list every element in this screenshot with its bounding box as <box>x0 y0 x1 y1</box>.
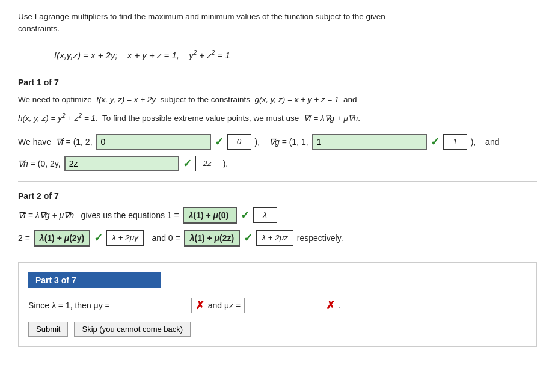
eq2-filled: λ(1) + μ(2y) <box>34 230 90 247</box>
eq1-check: ✓ <box>241 209 250 222</box>
eq1-prefix: ∇f = λ∇g + μ∇h gives us the equations 1 … <box>18 210 179 220</box>
vf-row: We have ∇f = (1, 2, ✓ 0 ), ∇g = (1, 1, ✓… <box>18 134 537 150</box>
vh-row: ∇h = (0, 2y, ✓ 2z ). <box>18 156 537 171</box>
vg-label: ∇g = (1, 1, <box>269 137 308 147</box>
divider1 <box>18 181 537 182</box>
skip-button[interactable]: Skip (you cannot come back) <box>74 322 191 337</box>
vf-check: ✓ <box>215 135 224 149</box>
constraint1: x + y + z = 1, <box>127 50 179 60</box>
vg-answer: 1 <box>443 134 467 150</box>
eq3-filled: λ(1) + μ(2z) <box>184 230 240 247</box>
instructions-text: Use Lagrange multipliers to find the max… <box>18 12 385 33</box>
vg-input[interactable] <box>312 134 427 150</box>
formula-line: f(x,y,z) = x + 2y; x + y + z = 1, y2 + z… <box>54 46 537 64</box>
fx-formula: f(x,y,z) = x + 2y; <box>54 50 118 60</box>
eq1-filled: λ(1) + μ(0) <box>183 207 237 224</box>
part3-row: Since λ = 1, then μy = ✗ and μz = ✗ . <box>28 298 527 313</box>
period: . <box>339 301 341 310</box>
vf-label: We have ∇f = (1, 2, <box>18 137 93 147</box>
and-label: and <box>485 137 499 147</box>
submit-button[interactable]: Submit <box>28 322 68 337</box>
eq3-check: ✓ <box>244 231 253 245</box>
part1-body: We need to optimize f(x, y, z) = x + 2y … <box>18 93 475 126</box>
part3-header: Part 3 of 7 <box>28 272 161 288</box>
button-row: Submit Skip (you cannot come back) <box>28 322 527 337</box>
vf-input[interactable] <box>96 134 211 150</box>
part2-header: Part 2 of 7 <box>18 191 537 201</box>
lambda-prefix: Since λ = 1, then μy = <box>28 301 110 310</box>
muy-input[interactable] <box>114 298 192 313</box>
vf-answer: 0 <box>227 134 251 150</box>
eq2-and: and 0 = <box>147 233 180 243</box>
eq2-check: ✓ <box>94 231 103 245</box>
vh-answer: 2z <box>195 156 219 171</box>
eq3-answer: λ + 2μz <box>256 230 293 246</box>
part1-desc1: We need to optimize f(x, y, z) = x + 2y … <box>18 93 475 107</box>
eq3-suffix: respectively. <box>297 233 343 243</box>
part1-desc2: h(x, y, z) = y2 + z2 = 1. To find the po… <box>18 110 475 125</box>
eq1-row: ∇f = λ∇g + μ∇h gives us the equations 1 … <box>18 207 537 224</box>
vg-close: ), <box>471 137 476 147</box>
vg-check: ✓ <box>431 135 440 149</box>
vh-close: ). <box>223 159 228 168</box>
constraint2: y2 + z2 = 1 <box>189 50 230 60</box>
eq23-row: 2 = λ(1) + μ(2y) ✓ λ + 2μy and 0 = λ(1) … <box>18 230 537 247</box>
vh-input[interactable] <box>64 156 179 171</box>
vh-label: ∇h = (0, 2y, <box>18 159 61 168</box>
muz-input[interactable] <box>244 298 322 313</box>
vh-check: ✓ <box>183 157 192 170</box>
instructions: Use Lagrange multipliers to find the max… <box>18 11 427 35</box>
part1-header: Part 1 of 7 <box>18 78 537 87</box>
eq2-answer: λ + 2μy <box>106 230 144 246</box>
eq2-prefix: 2 = <box>18 233 30 243</box>
vf-close: ), <box>255 137 260 147</box>
mu-prefix: and μz = <box>208 301 241 310</box>
part3-section: Part 3 of 7 Since λ = 1, then μy = ✗ and… <box>18 262 537 347</box>
cross1: ✗ <box>195 299 204 312</box>
eq1-answer: λ <box>253 207 277 223</box>
cross2: ✗ <box>326 299 335 312</box>
